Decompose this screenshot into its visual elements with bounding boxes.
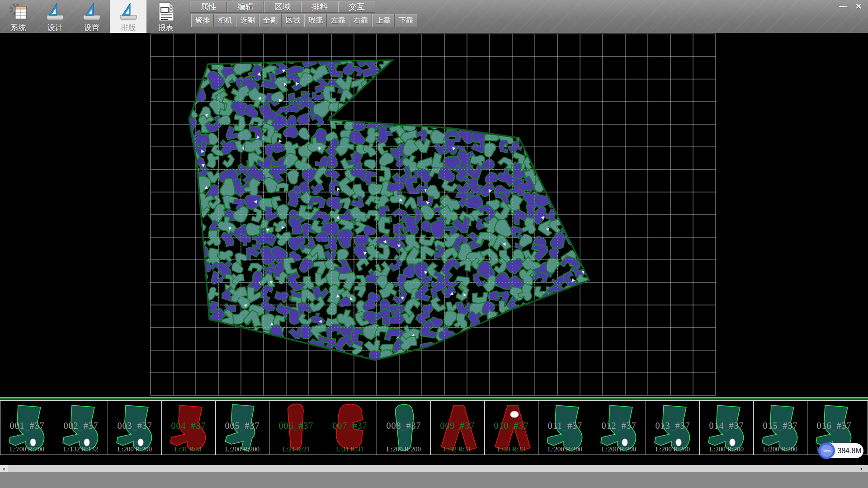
- tool-item[interactable]: 聚排: [191, 14, 214, 27]
- part-label: 007_#37: [323, 421, 377, 431]
- app-tab-design[interactable]: 设计: [37, 0, 73, 33]
- menu-item[interactable]: 编辑: [227, 1, 264, 13]
- part-thumbnail[interactable]: 007_#37 L:31 R:31: [323, 400, 377, 455]
- part-label: 010_#37: [485, 421, 538, 431]
- nested-pieces: [175, 45, 595, 374]
- part-label: 006_#37: [269, 421, 323, 431]
- status-bar: [0, 472, 868, 488]
- part-lr-count: L:700 R:700: [0, 446, 54, 453]
- part-label: 003_#37: [108, 421, 161, 431]
- part-thumbnail[interactable]: 008_#37 L:200 R:200: [377, 400, 430, 455]
- menu-item[interactable]: 交互: [338, 1, 375, 13]
- app-tab-system[interactable]: 系统: [0, 0, 37, 33]
- part-lr-count: L:200 R:200: [754, 446, 807, 453]
- part-label: 004_#37: [162, 421, 215, 431]
- set-square-icon: [45, 1, 66, 22]
- part-thumbnail[interactable]: 012_#37 L:200 R:200: [592, 400, 646, 455]
- memory-usage: 384.8M: [836, 443, 863, 458]
- part-label: 013_#37: [646, 421, 699, 431]
- part-lr-count: L:200 R:200: [108, 446, 161, 453]
- part-thumbnail[interactable]: 010_#37 L:33 R:33: [484, 400, 538, 455]
- tool-item[interactable]: 下靠: [395, 14, 417, 27]
- app-tab-nesting[interactable]: 排版: [110, 0, 146, 33]
- part-lr-count: L:132 R:132: [54, 446, 108, 453]
- progress-indicator[interactable]: 38%: [818, 442, 835, 459]
- part-lr-count: L:200 R:200: [646, 446, 699, 453]
- part-thumbnail[interactable]: 001_#37 L:700 R:700: [0, 400, 54, 455]
- menu-item[interactable]: 区域: [264, 1, 301, 13]
- close-button[interactable]: ✕: [852, 1, 865, 11]
- menu-row-primary: 属性编辑区域排料交互: [190, 1, 375, 13]
- part-lr-count: L:200 R:200: [592, 446, 646, 453]
- progress-value: 38%: [821, 445, 833, 457]
- application-window: 系统 设计 设置: [0, 0, 868, 488]
- part-label: 002_#37: [54, 421, 108, 431]
- app-tab-label: 设计: [47, 23, 63, 33]
- part-lr-count: L:200 R:200: [216, 446, 269, 453]
- part-label: 011_#37: [538, 421, 592, 431]
- app-tab-label: 系统: [11, 23, 26, 33]
- part-label: 001_#37: [0, 421, 54, 431]
- part-lr-count: L:21 R:21: [269, 446, 323, 453]
- part-label: 008_#37: [377, 421, 430, 431]
- parts-list: 001_#37 L:700 R:700 002_#37 L:132 R:132 …: [0, 400, 868, 455]
- part-thumbnail[interactable]: 006_#37 L:21 R:21: [269, 400, 323, 455]
- set-square-icon: [81, 1, 102, 22]
- gear-table-icon: [8, 1, 29, 22]
- horizontal-scrollbar[interactable]: ‹ ›: [0, 465, 868, 472]
- tool-item[interactable]: 相机: [214, 14, 236, 27]
- tool-item[interactable]: 区域: [282, 14, 304, 27]
- app-tab-label: 报表: [158, 23, 174, 33]
- app-tab-report[interactable]: 报表: [147, 0, 184, 33]
- part-lr-count: L:200 R:200: [377, 446, 430, 453]
- part-lr-count: L:33 R:33: [485, 446, 538, 453]
- part-label: 012_#37: [592, 421, 646, 431]
- memory-badge: 38% 384.8M: [818, 443, 863, 458]
- part-label: 015_#37: [754, 421, 807, 431]
- minimize-button[interactable]: —: [836, 1, 850, 11]
- part-thumbnail[interactable]: 002_#37 L:132 R:132: [54, 400, 108, 455]
- part-thumbnail[interactable]: 013_#37 L:200 R:200: [646, 400, 699, 455]
- window-controls: — ✕: [836, 1, 865, 11]
- part-lr-count: L:31 R:31: [323, 446, 377, 453]
- part-label: 014_#37: [700, 421, 753, 431]
- app-tab-label: 排版: [121, 23, 136, 33]
- nesting-svg: [0, 33, 868, 397]
- strip-top-border: [0, 397, 868, 400]
- tool-item[interactable]: 右靠: [349, 14, 372, 27]
- part-lr-count: L:200 R:200: [700, 446, 753, 453]
- part-thumbnail[interactable]: 011_#37 L:200 R:200: [538, 400, 592, 455]
- tool-item[interactable]: 全割: [259, 14, 282, 27]
- tool-item[interactable]: 选割: [236, 14, 259, 27]
- menu-item[interactable]: 排料: [301, 1, 338, 13]
- part-lr-count: L:32 R:31: [431, 446, 484, 453]
- scroll-right-arrow[interactable]: ›: [857, 465, 865, 472]
- part-label: 009_#37: [431, 421, 484, 431]
- part-shape: [863, 402, 868, 454]
- tool-item[interactable]: 瑕疵: [304, 14, 327, 27]
- scroll-left-arrow[interactable]: ‹: [0, 465, 8, 472]
- menu-row-tools: 聚排相机选割全割区域瑕疵左靠右靠上靠下靠: [191, 14, 417, 27]
- tool-item[interactable]: 上靠: [372, 14, 395, 27]
- part-thumbnail[interactable]: 003_#37 L:200 R:200: [108, 400, 161, 455]
- menu-item[interactable]: 属性: [190, 1, 227, 13]
- part-thumbnail[interactable]: 005_#37 L:200 R:200: [215, 400, 269, 455]
- report-doc-icon: [156, 1, 176, 22]
- app-tab-label: 设置: [84, 23, 99, 33]
- main-toolbar: 系统 设计 设置: [0, 0, 868, 33]
- nesting-canvas[interactable]: [0, 33, 868, 397]
- part-label: 005_#37: [216, 421, 269, 431]
- part-label: 016_#37: [807, 421, 861, 431]
- part-lr-count: L:31 R:31: [162, 446, 215, 453]
- parts-strip: 001_#37 L:700 R:700 002_#37 L:132 R:132 …: [0, 397, 868, 455]
- part-lr-count: L:200 R:200: [538, 446, 592, 453]
- part-thumbnail[interactable]: 015_#37 L:200 R:200: [753, 400, 807, 455]
- part-thumbnail[interactable]: 004_#37 L:31 R:31: [161, 400, 215, 455]
- part-thumbnail[interactable]: 009_#37 L:32 R:31: [430, 400, 484, 455]
- tool-item[interactable]: 左靠: [327, 14, 349, 27]
- part-thumbnail[interactable]: 014_#37 L:200 R:200: [699, 400, 753, 455]
- app-tab-settings[interactable]: 设置: [73, 0, 110, 33]
- set-square-icon: [118, 1, 139, 22]
